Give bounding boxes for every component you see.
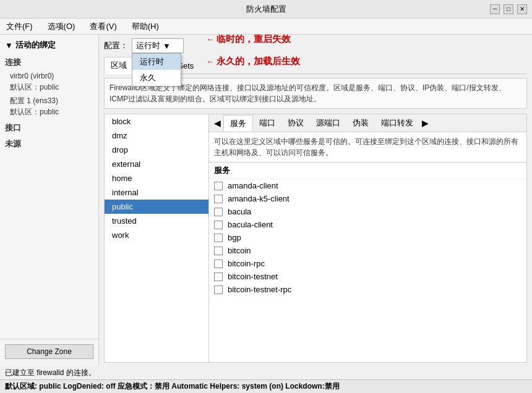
- zones-panel: block dmz drop external home internal pu…: [104, 114, 209, 363]
- status-bottom: 默认区域: public LogDenied: off 应急模式：禁用 Auto…: [0, 379, 532, 393]
- sidebar: ▼ 活动的绑定 连接 virbr0 (virbr0) 默认区：public 配置…: [0, 35, 99, 366]
- right-panel: 配置： 运行时 ▼ 运行时 永久 ← 临时的，重启失效 ← 永久: [99, 35, 532, 366]
- zones-services-layout: block dmz drop external home internal pu…: [104, 114, 527, 363]
- zone-block[interactable]: block: [105, 114, 208, 129]
- service-bitcoin-testnet-rpc[interactable]: bitcoin-testnet-rpc: [209, 283, 526, 296]
- service-amanda-k5-client-label: amanda-k5-client: [228, 194, 290, 203]
- dropdown-arrow-icon: ▼: [163, 41, 171, 51]
- menu-view[interactable]: 查看(V): [86, 20, 120, 33]
- maximize-button[interactable]: □: [504, 4, 513, 14]
- service-amanda-client-label: amanda-client: [228, 181, 278, 190]
- change-zone-area: Change Zone: [0, 339, 98, 364]
- close-button[interactable]: ✕: [517, 4, 527, 14]
- services-tab-services[interactable]: 服务: [223, 115, 253, 132]
- zone-trusted[interactable]: trusted: [105, 214, 208, 228]
- sidebar-connection-label: 连接: [0, 53, 98, 69]
- config-dropdown[interactable]: 运行时 ▼: [132, 38, 184, 53]
- services-tab-protocol[interactable]: 协议: [281, 115, 310, 131]
- sidebar-ens33-zone: 默认区：public: [10, 106, 93, 117]
- service-bitcoin-label: bitcoin: [228, 246, 251, 255]
- service-bitcoin-testnet-checkbox[interactable]: [214, 273, 223, 281]
- services-list: amanda-client amanda-k5-client bacula ba…: [209, 179, 526, 362]
- zone-drop[interactable]: drop: [105, 143, 208, 157]
- service-amanda-k5-client[interactable]: amanda-k5-client: [209, 192, 526, 205]
- service-bgp[interactable]: bgp: [209, 231, 526, 244]
- services-tab-next[interactable]: ▶: [419, 117, 431, 129]
- status-connection: 已建立至 firewalld 的连接。: [0, 366, 532, 379]
- services-list-header: 服务: [209, 163, 526, 179]
- services-tabs-row: ◀ 服务 端口 协议 源端口 伪装 端口转发 ▶: [209, 114, 526, 132]
- sidebar-section-label: 活动的绑定: [15, 40, 56, 51]
- window-controls: ─ □ ✕: [490, 4, 527, 14]
- menu-options[interactable]: 选项(O): [44, 20, 79, 33]
- config-option-runtime[interactable]: 运行时: [132, 54, 181, 70]
- minimize-button[interactable]: ─: [490, 4, 500, 14]
- service-bitcoin-testnet-rpc-label: bitcoin-testnet-rpc: [228, 285, 291, 294]
- service-bgp-label: bgp: [228, 233, 241, 242]
- config-option-permanent[interactable]: 永久: [132, 70, 181, 86]
- service-amanda-client[interactable]: amanda-client: [209, 179, 526, 192]
- service-bacula-checkbox[interactable]: [214, 208, 223, 216]
- service-bacula-client-checkbox[interactable]: [214, 221, 223, 229]
- sidebar-port-label: 接口: [0, 119, 98, 135]
- sidebar-virbr0-zone: 默认区：public: [10, 82, 93, 93]
- service-bitcoin-testnet-rpc-checkbox[interactable]: [214, 285, 223, 294]
- service-bacula[interactable]: bacula: [209, 205, 526, 218]
- services-tab-masquerade[interactable]: 伪装: [346, 115, 375, 131]
- services-tab-prev[interactable]: ◀: [212, 117, 223, 129]
- service-bacula-label: bacula: [228, 207, 251, 216]
- title-bar: 防火墙配置 ─ □ ✕: [0, 0, 532, 19]
- services-tab-source-port[interactable]: 源端口: [310, 115, 346, 131]
- config-label: 配置：: [104, 40, 128, 51]
- annotation-top: 临时的，重启失效: [217, 35, 291, 45]
- sidebar-virbr0[interactable]: virbr0 (virbr0) 默认区：public: [0, 69, 98, 94]
- zone-dmz[interactable]: dmz: [105, 129, 208, 143]
- service-bitcoin-rpc[interactable]: bitcoin-rpc: [209, 257, 526, 270]
- service-bitcoin-testnet[interactable]: bitcoin-testnet: [209, 270, 526, 283]
- service-bitcoin[interactable]: bitcoin: [209, 244, 526, 257]
- config-row: 配置： 运行时 ▼ 运行时 永久 ← 临时的，重启失效 ← 永久: [104, 38, 527, 53]
- main-content: ▼ 活动的绑定 连接 virbr0 (virbr0) 默认区：public 配置…: [0, 35, 532, 366]
- change-zone-button[interactable]: Change Zone: [5, 344, 93, 359]
- sidebar-source-label: 未源: [0, 135, 98, 151]
- sidebar-ens33[interactable]: 配置 1 (ens33) 默认区：public: [0, 94, 98, 119]
- service-bgp-checkbox[interactable]: [214, 234, 223, 242]
- config-dropdown-wrapper: 运行时 ▼ 运行时 永久: [132, 38, 184, 53]
- menu-bar: 文件(F) 选项(O) 查看(V) 帮助(H): [0, 19, 532, 35]
- service-bitcoin-testnet-label: bitcoin-testnet: [228, 272, 278, 281]
- service-description: 可以在这里定义区域中哪些服务是可信的。可连接至绑定到这个区域的连接、接口和源的所…: [209, 132, 526, 163]
- sidebar-ens33-name: 配置 1 (ens33): [10, 95, 93, 106]
- zone-internal[interactable]: internal: [105, 185, 208, 200]
- service-bitcoin-rpc-label: bitcoin-rpc: [228, 259, 265, 268]
- sidebar-virbr0-name: virbr0 (virbr0): [10, 70, 93, 82]
- menu-file[interactable]: 文件(F): [2, 20, 36, 33]
- services-tab-port-forward[interactable]: 端口转发: [375, 115, 419, 131]
- config-dropdown-menu: 运行时 永久: [132, 53, 181, 87]
- zone-home[interactable]: home: [105, 171, 208, 185]
- service-bitcoin-checkbox[interactable]: [214, 247, 223, 255]
- service-bacula-client-label: bacula-client: [228, 220, 273, 229]
- config-selected-value: 运行时: [136, 40, 160, 51]
- sidebar-active-bindings[interactable]: ▼ 活动的绑定: [0, 37, 98, 53]
- status-bar: 已建立至 firewalld 的连接。 默认区域: public LogDeni…: [0, 366, 532, 393]
- window-title: 防火墙配置: [42, 4, 490, 15]
- tab-zones[interactable]: 区域: [104, 57, 134, 74]
- menu-help[interactable]: 帮助(H): [128, 20, 163, 33]
- services-panel: ◀ 服务 端口 协议 源端口 伪装 端口转发 ▶ 可以在这里定义区域中哪些服务是…: [209, 114, 527, 363]
- services-tab-port[interactable]: 端口: [253, 115, 281, 131]
- service-bitcoin-rpc-checkbox[interactable]: [214, 260, 223, 268]
- service-amanda-client-checkbox[interactable]: [214, 182, 223, 190]
- expand-arrow-icon: ▼: [5, 41, 13, 50]
- service-bacula-client[interactable]: bacula-client: [209, 218, 526, 231]
- zone-work[interactable]: work: [105, 228, 208, 242]
- zone-public[interactable]: public: [105, 200, 208, 214]
- zone-external[interactable]: external: [105, 157, 208, 171]
- service-amanda-k5-client-checkbox[interactable]: [214, 195, 223, 203]
